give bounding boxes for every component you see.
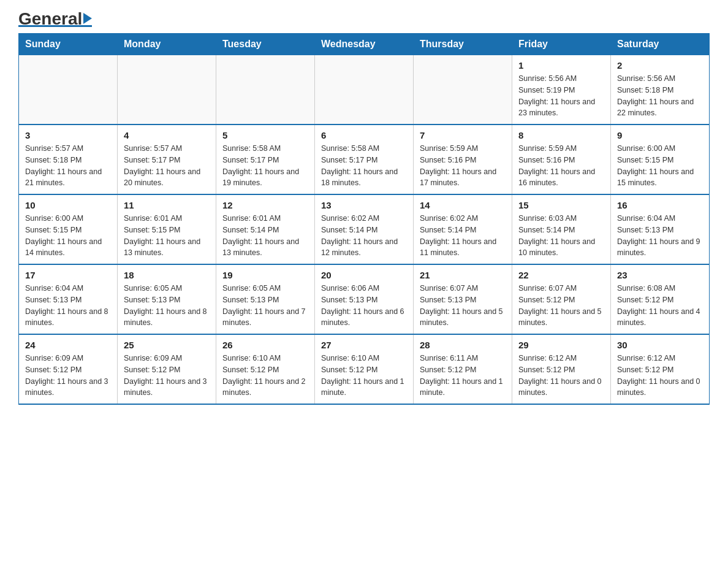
day-info: Sunrise: 5:59 AMSunset: 5:16 PMDaylight:… — [518, 143, 604, 189]
day-number: 8 — [518, 130, 604, 140]
day-info: Sunrise: 5:56 AMSunset: 5:18 PMDaylight:… — [617, 73, 703, 119]
day-number: 15 — [518, 200, 604, 210]
day-number: 25 — [124, 340, 210, 350]
day-info: Sunrise: 6:02 AMSunset: 5:14 PMDaylight:… — [321, 213, 407, 259]
calendar-cell: 9Sunrise: 6:00 AMSunset: 5:15 PMDaylight… — [611, 124, 710, 194]
calendar-cell: 13Sunrise: 6:02 AMSunset: 5:14 PMDayligh… — [315, 194, 414, 264]
day-number: 7 — [420, 130, 506, 140]
day-info: Sunrise: 5:59 AMSunset: 5:16 PMDaylight:… — [420, 143, 506, 189]
day-number: 19 — [222, 270, 308, 280]
calendar-cell: 16Sunrise: 6:04 AMSunset: 5:13 PMDayligh… — [611, 194, 710, 264]
day-number: 14 — [420, 200, 506, 210]
day-number: 12 — [222, 200, 308, 210]
day-number: 23 — [617, 270, 703, 280]
calendar-cell: 19Sunrise: 6:05 AMSunset: 5:13 PMDayligh… — [216, 264, 315, 334]
day-number: 16 — [617, 200, 703, 210]
calendar-cell: 14Sunrise: 6:02 AMSunset: 5:14 PMDayligh… — [414, 194, 512, 264]
day-number: 26 — [222, 340, 308, 350]
calendar-cell: 8Sunrise: 5:59 AMSunset: 5:16 PMDaylight… — [512, 124, 611, 194]
calendar-cell: 1Sunrise: 5:56 AMSunset: 5:19 PMDaylight… — [512, 55, 611, 125]
calendar-cell: 18Sunrise: 6:05 AMSunset: 5:13 PMDayligh… — [118, 264, 216, 334]
calendar-table: SundayMondayTuesdayWednesdayThursdayFrid… — [18, 33, 710, 405]
day-number: 22 — [518, 270, 604, 280]
day-info: Sunrise: 5:58 AMSunset: 5:17 PMDaylight:… — [321, 143, 407, 189]
day-info: Sunrise: 6:07 AMSunset: 5:13 PMDaylight:… — [420, 283, 506, 329]
day-info: Sunrise: 6:04 AMSunset: 5:13 PMDaylight:… — [617, 213, 703, 259]
logo-area: General — [18, 12, 92, 27]
header-tuesday: Tuesday — [216, 34, 315, 55]
day-info: Sunrise: 6:09 AMSunset: 5:12 PMDaylight:… — [124, 353, 210, 399]
day-info: Sunrise: 6:05 AMSunset: 5:13 PMDaylight:… — [124, 283, 210, 329]
calendar-cell: 21Sunrise: 6:07 AMSunset: 5:13 PMDayligh… — [414, 264, 512, 334]
day-number: 20 — [321, 270, 407, 280]
calendar-cell — [118, 55, 216, 125]
day-info: Sunrise: 5:58 AMSunset: 5:17 PMDaylight:… — [222, 143, 308, 189]
day-info: Sunrise: 6:08 AMSunset: 5:12 PMDaylight:… — [617, 283, 703, 329]
day-info: Sunrise: 6:02 AMSunset: 5:14 PMDaylight:… — [420, 213, 506, 259]
day-number: 6 — [321, 130, 407, 140]
week-row-1: 1Sunrise: 5:56 AMSunset: 5:19 PMDaylight… — [19, 55, 710, 125]
calendar-cell: 17Sunrise: 6:04 AMSunset: 5:13 PMDayligh… — [19, 264, 118, 334]
day-info: Sunrise: 5:57 AMSunset: 5:17 PMDaylight:… — [124, 143, 210, 189]
calendar-cell: 2Sunrise: 5:56 AMSunset: 5:18 PMDaylight… — [611, 55, 710, 125]
day-info: Sunrise: 6:03 AMSunset: 5:14 PMDaylight:… — [518, 213, 604, 259]
logo-underline — [18, 25, 92, 27]
calendar-cell: 24Sunrise: 6:09 AMSunset: 5:12 PMDayligh… — [19, 334, 118, 404]
calendar-cell: 3Sunrise: 5:57 AMSunset: 5:18 PMDaylight… — [19, 124, 118, 194]
day-info: Sunrise: 6:01 AMSunset: 5:14 PMDaylight:… — [222, 213, 308, 259]
day-number: 13 — [321, 200, 407, 210]
day-info: Sunrise: 6:01 AMSunset: 5:15 PMDaylight:… — [124, 213, 210, 259]
calendar-cell: 12Sunrise: 6:01 AMSunset: 5:14 PMDayligh… — [216, 194, 315, 264]
calendar-cell: 26Sunrise: 6:10 AMSunset: 5:12 PMDayligh… — [216, 334, 315, 404]
day-number: 5 — [222, 130, 308, 140]
calendar-cell: 11Sunrise: 6:01 AMSunset: 5:15 PMDayligh… — [118, 194, 216, 264]
header-friday: Friday — [512, 34, 611, 55]
day-number: 17 — [25, 270, 111, 280]
day-number: 27 — [321, 340, 407, 350]
day-number: 18 — [124, 270, 210, 280]
day-info: Sunrise: 6:12 AMSunset: 5:12 PMDaylight:… — [518, 353, 604, 399]
day-number: 10 — [25, 200, 111, 210]
calendar-cell: 29Sunrise: 6:12 AMSunset: 5:12 PMDayligh… — [512, 334, 611, 404]
calendar-cell — [19, 55, 118, 125]
calendar-header-row: SundayMondayTuesdayWednesdayThursdayFrid… — [19, 34, 710, 55]
calendar-cell: 27Sunrise: 6:10 AMSunset: 5:12 PMDayligh… — [315, 334, 414, 404]
day-number: 24 — [25, 340, 111, 350]
calendar-cell: 22Sunrise: 6:07 AMSunset: 5:12 PMDayligh… — [512, 264, 611, 334]
week-row-4: 17Sunrise: 6:04 AMSunset: 5:13 PMDayligh… — [19, 264, 710, 334]
day-info: Sunrise: 5:56 AMSunset: 5:19 PMDaylight:… — [518, 73, 604, 119]
day-info: Sunrise: 6:09 AMSunset: 5:12 PMDaylight:… — [25, 353, 111, 399]
day-info: Sunrise: 6:07 AMSunset: 5:12 PMDaylight:… — [518, 283, 604, 329]
day-number: 2 — [617, 60, 703, 71]
header-monday: Monday — [118, 34, 216, 55]
calendar-cell: 15Sunrise: 6:03 AMSunset: 5:14 PMDayligh… — [512, 194, 611, 264]
day-number: 1 — [518, 60, 604, 71]
calendar-cell: 30Sunrise: 6:12 AMSunset: 5:12 PMDayligh… — [611, 334, 710, 404]
day-number: 29 — [518, 340, 604, 350]
week-row-3: 10Sunrise: 6:00 AMSunset: 5:15 PMDayligh… — [19, 194, 710, 264]
day-info: Sunrise: 6:04 AMSunset: 5:13 PMDaylight:… — [25, 283, 111, 329]
day-number: 28 — [420, 340, 506, 350]
calendar-cell: 10Sunrise: 6:00 AMSunset: 5:15 PMDayligh… — [19, 194, 118, 264]
day-number: 4 — [124, 130, 210, 140]
day-number: 9 — [617, 130, 703, 140]
calendar-cell: 6Sunrise: 5:58 AMSunset: 5:17 PMDaylight… — [315, 124, 414, 194]
day-number: 3 — [25, 130, 111, 140]
day-info: Sunrise: 6:00 AMSunset: 5:15 PMDaylight:… — [25, 213, 111, 259]
day-info: Sunrise: 6:10 AMSunset: 5:12 PMDaylight:… — [222, 353, 308, 399]
day-info: Sunrise: 5:57 AMSunset: 5:18 PMDaylight:… — [25, 143, 111, 189]
calendar-cell: 23Sunrise: 6:08 AMSunset: 5:12 PMDayligh… — [611, 264, 710, 334]
week-row-2: 3Sunrise: 5:57 AMSunset: 5:18 PMDaylight… — [19, 124, 710, 194]
header-sunday: Sunday — [19, 34, 118, 55]
header-wednesday: Wednesday — [315, 34, 414, 55]
calendar-cell: 20Sunrise: 6:06 AMSunset: 5:13 PMDayligh… — [315, 264, 414, 334]
day-info: Sunrise: 6:10 AMSunset: 5:12 PMDaylight:… — [321, 353, 407, 399]
calendar-cell: 28Sunrise: 6:11 AMSunset: 5:12 PMDayligh… — [414, 334, 512, 404]
calendar-cell: 5Sunrise: 5:58 AMSunset: 5:17 PMDaylight… — [216, 124, 315, 194]
day-info: Sunrise: 6:11 AMSunset: 5:12 PMDaylight:… — [420, 353, 506, 399]
calendar-cell: 25Sunrise: 6:09 AMSunset: 5:12 PMDayligh… — [118, 334, 216, 404]
day-info: Sunrise: 6:05 AMSunset: 5:13 PMDaylight:… — [222, 283, 308, 329]
calendar-cell — [315, 55, 414, 125]
header-saturday: Saturday — [611, 34, 710, 55]
day-info: Sunrise: 6:06 AMSunset: 5:13 PMDaylight:… — [321, 283, 407, 329]
